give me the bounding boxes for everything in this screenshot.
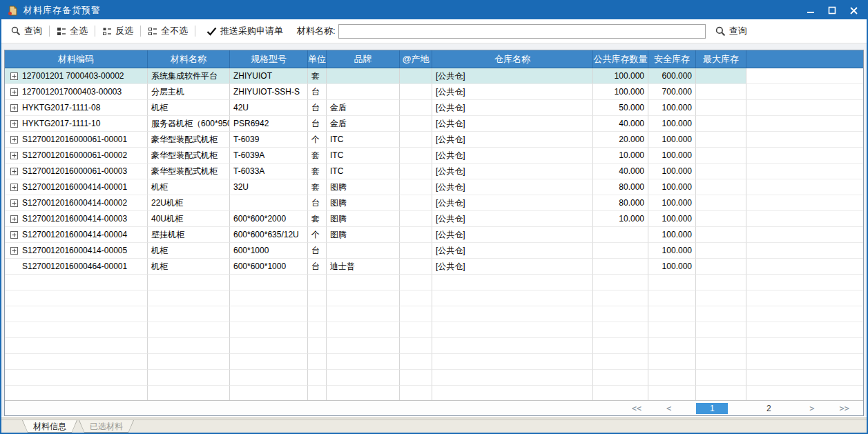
column-header-unit[interactable]: 单位 [308, 50, 327, 68]
column-header-code[interactable]: 材料编码 [5, 50, 148, 68]
cell-name: 壁挂机柜 [148, 227, 230, 243]
cell-spec: T-6039 [230, 132, 308, 148]
close-icon[interactable] [846, 4, 861, 17]
table-row[interactable]: S1270012016000414-00003 40U机柜 600*600*20… [5, 211, 863, 227]
cell-filler [746, 227, 863, 243]
cell-brand [327, 386, 400, 400]
pager-first-button[interactable]: << [632, 404, 642, 413]
cell-filler [746, 243, 863, 259]
cell-safety-stock: 100.000 [648, 132, 696, 148]
minimize-icon[interactable] [803, 4, 818, 17]
cell-code-text: S1270012016000061-00003 [22, 166, 127, 176]
cell-code [5, 386, 148, 400]
cell-filler [746, 386, 863, 400]
column-header-max[interactable]: 最大库存 [696, 50, 746, 68]
table-row[interactable]: S1270012016000061-00002 豪华型装配式机柜 T-6039A… [5, 148, 863, 164]
expand-icon[interactable] [10, 247, 18, 255]
tab-material-info[interactable]: 材料信息 [22, 420, 77, 433]
cell-unit: 套 [308, 148, 327, 164]
pager-prev-button[interactable]: < [666, 404, 671, 413]
invert-select-button[interactable]: 反选 [98, 23, 137, 39]
pager-page-2[interactable]: 2 [753, 404, 784, 413]
cell-warehouse [432, 354, 593, 370]
bottom-tab-bar: 材料信息 已选材料 [1, 420, 867, 433]
column-header-warehouse[interactable]: 仓库名称 [432, 50, 593, 68]
table-row[interactable]: HYKTG2017-1111-10 服务器机柜（600*950 PSR6942 … [5, 116, 863, 132]
cell-warehouse: [公共仓] [432, 116, 593, 132]
expand-icon[interactable] [10, 88, 18, 96]
column-header-name[interactable]: 材料名称 [148, 50, 230, 68]
table-row[interactable]: S1270012016000061-00001 豪华型装配式机柜 T-6039 … [5, 132, 863, 148]
window-title: 材料库存备货预警 [23, 4, 101, 17]
cell-origin [400, 386, 432, 400]
cell-max-stock [696, 179, 746, 195]
table-row[interactable]: 1270012017000403-00003 分层主机 ZHIYUIOT-SSH… [5, 84, 863, 100]
tab-selected-material[interactable]: 已选材料 [79, 420, 134, 433]
cell-brand: ITC [327, 148, 400, 164]
cell-spec [230, 370, 308, 386]
cell-code [5, 290, 148, 306]
toolbar-separator [49, 26, 50, 37]
pager-page-1[interactable]: 1 [696, 403, 728, 414]
table-row [5, 338, 863, 354]
expand-icon[interactable] [10, 199, 18, 207]
cell-warehouse: [公共仓] [432, 164, 593, 179]
cell-code: HYKTG2017-1111-10 [5, 116, 148, 132]
search-query-label: 查询 [729, 25, 747, 37]
pager-last-button[interactable]: >> [840, 404, 849, 413]
pager-next-button[interactable]: > [809, 404, 814, 413]
table-row[interactable]: S1270012016000464-00001 机柜 600*600*1000 … [5, 259, 863, 275]
cell-public-qty: 40.000 [593, 116, 648, 132]
deselect-all-button[interactable]: 全不选 [144, 23, 192, 39]
cell-max-stock [696, 386, 746, 400]
push-purchase-request-button[interactable]: 推送采购申请单 [202, 23, 287, 39]
cell-public-qty [593, 322, 648, 338]
cell-code-text: HYKTG2017-1111-10 [22, 119, 100, 128]
cell-origin [400, 68, 432, 84]
expand-icon[interactable] [10, 168, 18, 175]
table-row[interactable]: S1270012016000414-00002 22U机柜 台 图腾 [公共仓]… [5, 195, 863, 211]
cell-safety-stock: 100.000 [648, 100, 696, 116]
cell-max-stock [696, 116, 746, 132]
materials-grid: 材料编码 材料名称 规格型号 单位 品牌 @产地 仓库名称 公共库存数量 安全库… [4, 50, 864, 416]
select-all-button[interactable]: 全选 [52, 23, 92, 39]
table-row[interactable]: S1270012016000414-00001 机柜 32U 套 图腾 [公共仓… [5, 179, 863, 195]
table-row[interactable]: S1270012016000414-00005 机柜 600*1000 台 [公… [5, 243, 863, 259]
expand-icon[interactable] [10, 184, 18, 191]
table-row[interactable]: HYKTG2017-1111-08 机柜 42U 台 金盾 [公共仓] 50.0… [5, 100, 863, 116]
table-row[interactable]: 127001201 7000403-00002 系统集成软件平台 ZHIYUIO… [5, 68, 863, 84]
column-header-brand[interactable]: 品牌 [327, 50, 400, 68]
cell-filler [746, 275, 863, 290]
column-header-spec[interactable]: 规格型号 [230, 50, 308, 68]
cell-warehouse [432, 275, 593, 290]
cell-code-text: S1270012016000414-00003 [22, 214, 127, 224]
expand-icon[interactable] [10, 152, 18, 159]
table-row[interactable]: S1270012016000414-00004 壁挂机柜 600*600*635… [5, 227, 863, 243]
maximize-icon[interactable] [824, 4, 840, 17]
cell-unit [308, 275, 327, 290]
cell-public-qty [593, 290, 648, 306]
column-header-safety[interactable]: 安全库存 [648, 50, 696, 68]
expand-icon[interactable] [10, 120, 18, 128]
cell-filler [746, 195, 863, 211]
cell-brand [327, 306, 400, 322]
search-icon [715, 26, 726, 37]
expand-icon[interactable] [10, 231, 18, 239]
column-header-origin[interactable]: @产地 [400, 50, 432, 68]
search-query-button[interactable]: 查询 [711, 23, 751, 39]
expand-icon[interactable] [10, 215, 18, 223]
cell-max-stock [696, 227, 746, 243]
expand-icon[interactable] [10, 136, 18, 144]
cell-origin [400, 148, 432, 164]
column-header-public-qty[interactable]: 公共库存数量 [593, 50, 648, 68]
expand-icon[interactable] [10, 72, 18, 80]
material-name-input[interactable] [338, 24, 706, 39]
cell-unit: 套 [308, 68, 327, 84]
cell-unit: 个 [308, 132, 327, 148]
expand-icon[interactable] [10, 104, 18, 112]
table-row[interactable]: S1270012016000061-00003 豪华型装配式机柜 T-6033A… [5, 164, 863, 179]
query-button[interactable]: 查询 [7, 23, 46, 39]
toolbar-separator [140, 26, 141, 37]
invert-select-icon [102, 27, 112, 36]
cell-spec [230, 338, 308, 354]
